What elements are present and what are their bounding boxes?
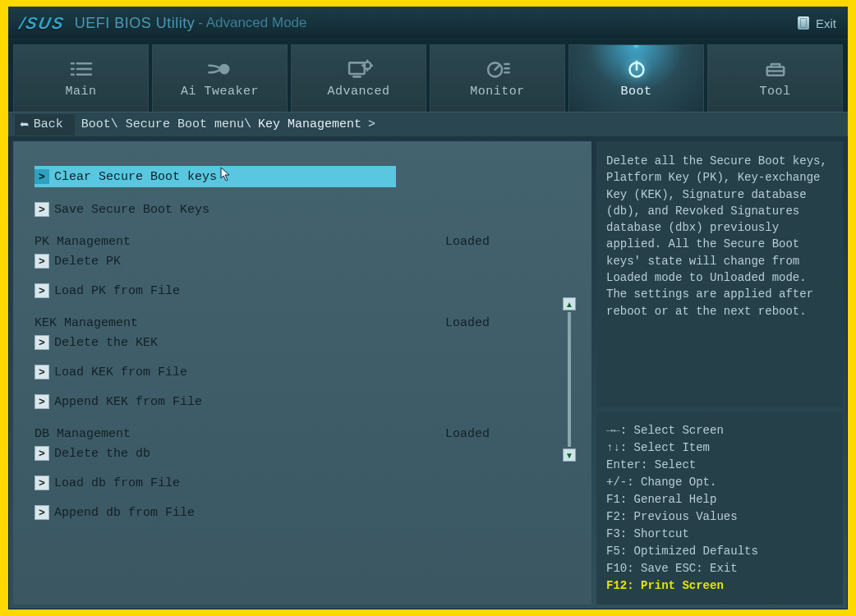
description-panel: Delete all the Secure Boot keys, Platfor… xyxy=(596,141,843,407)
comet-icon xyxy=(206,58,234,80)
item-append-db-from-file[interactable]: > Append db from File xyxy=(35,505,577,520)
tab-main[interactable]: Main xyxy=(13,44,149,112)
tab-label: Ai Tweaker xyxy=(181,85,259,99)
chevron-right-icon: > xyxy=(35,202,49,217)
gear-monitor-icon xyxy=(345,58,373,80)
item-load-pk-from-file[interactable]: > Load PK from File xyxy=(35,283,577,298)
chevron-right-icon: > xyxy=(35,169,49,184)
item-label: Load KEK from File xyxy=(54,365,187,379)
help-line: F2: Previous Values xyxy=(606,508,833,526)
group-pk-management: PK Management Loaded xyxy=(35,235,577,249)
group-kek-management: KEK Management Loaded xyxy=(35,316,577,330)
back-button[interactable]: ➦ Back xyxy=(15,114,75,136)
svg-rect-7 xyxy=(349,62,365,74)
scroll-up-button[interactable]: ▲ xyxy=(563,297,576,310)
scroll-track[interactable] xyxy=(568,312,571,447)
help-line: F5: Optimized Defaults xyxy=(606,543,833,560)
tab-label: Tool xyxy=(759,85,790,99)
item-label: Delete the KEK xyxy=(54,336,158,350)
help-panel: →←: Select Screen ↑↓: Select Item Enter:… xyxy=(596,412,843,605)
breadcrumb-path: Boot\ Secure Boot menu\ xyxy=(81,117,251,131)
power-icon xyxy=(623,58,651,80)
help-line: F1: General Help xyxy=(606,491,833,508)
chevron-right-icon: > xyxy=(35,446,49,461)
tab-label: Boot xyxy=(620,85,651,99)
tab-boot[interactable]: Boot xyxy=(568,44,704,112)
breadcrumb-current: Key Management xyxy=(258,117,361,131)
item-label: Delete PK xyxy=(54,255,121,269)
scrollbar[interactable]: ▲ ▼ xyxy=(564,297,575,462)
main-tabs: Main Ai Tweaker Advanced Monitor Boot To… xyxy=(8,39,848,112)
item-load-db-from-file[interactable]: > Load db from File xyxy=(35,476,577,490)
chevron-right-icon: > xyxy=(35,476,49,490)
back-label: Back xyxy=(34,117,63,131)
toolbox-icon xyxy=(762,58,789,80)
list-icon xyxy=(67,58,95,80)
tab-ai-tweaker[interactable]: Ai Tweaker xyxy=(152,44,288,112)
gauge-icon xyxy=(484,58,512,80)
item-label: Append db from File xyxy=(54,506,195,520)
item-load-kek-from-file[interactable]: > Load KEK from File xyxy=(35,365,577,379)
chevron-right-icon: > xyxy=(35,505,49,520)
tab-label: Monitor xyxy=(470,85,525,99)
title-bar: /SUS UEFI BIOS Utility - Advanced Mode E… xyxy=(8,7,848,39)
chevron-right-icon: > xyxy=(35,283,49,298)
item-label: Append KEK from File xyxy=(54,395,202,409)
item-append-kek-from-file[interactable]: > Append KEK from File xyxy=(35,394,577,409)
group-db-management: DB Management Loaded xyxy=(35,427,577,441)
chevron-right-icon: > xyxy=(35,394,49,409)
tab-monitor[interactable]: Monitor xyxy=(430,44,565,112)
group-status: Loaded xyxy=(445,316,490,330)
settings-panel: > Clear Secure Boot keys > Save Secure B… xyxy=(13,141,591,605)
help-line: →←: Select Screen xyxy=(606,422,833,439)
exit-label: Exit xyxy=(816,16,836,30)
help-line: F3: Shortcut xyxy=(606,526,833,543)
item-clear-secure-boot-keys[interactable]: > Clear Secure Boot keys xyxy=(35,166,396,187)
chevron-right-icon: > xyxy=(35,365,49,379)
item-label: Clear Secure Boot keys xyxy=(54,170,217,184)
tab-tool[interactable]: Tool xyxy=(707,44,843,112)
item-label: Save Secure Boot Keys xyxy=(54,203,209,217)
breadcrumb-caret: > xyxy=(368,117,375,131)
utility-title: UEFI BIOS Utility xyxy=(75,15,196,32)
group-title: KEK Management xyxy=(35,316,138,330)
back-arrow-icon: ➦ xyxy=(20,116,29,134)
help-line: +/-: Change Opt. xyxy=(606,474,833,491)
door-icon xyxy=(798,16,809,30)
chevron-right-icon: > xyxy=(35,335,49,350)
tab-label: Advanced xyxy=(327,85,389,99)
group-title: PK Management xyxy=(35,235,131,249)
tab-advanced[interactable]: Advanced xyxy=(291,44,426,112)
exit-button[interactable]: Exit xyxy=(798,16,836,30)
scroll-down-button[interactable]: ▼ xyxy=(563,448,576,462)
help-line: Enter: Select xyxy=(606,457,833,474)
chevron-right-icon: > xyxy=(35,254,49,269)
group-status: Loaded xyxy=(445,235,490,249)
group-title: DB Management xyxy=(35,427,131,441)
item-label: Load PK from File xyxy=(54,284,180,298)
help-line: ↑↓: Select Item xyxy=(606,439,833,457)
help-line-highlight: F12: Print Screen xyxy=(606,577,833,595)
help-line: F10: Save ESC: Exit xyxy=(606,560,833,577)
svg-point-6 xyxy=(220,65,228,73)
svg-line-15 xyxy=(495,66,499,70)
item-label: Delete the db xyxy=(54,447,150,461)
item-label: Load db from File xyxy=(54,476,180,490)
item-delete-the-db[interactable]: > Delete the db xyxy=(35,446,577,461)
asus-logo: /SUS xyxy=(18,14,67,33)
item-delete-the-kek[interactable]: > Delete the KEK xyxy=(35,335,577,350)
breadcrumb: ➦ Back Boot\ Secure Boot menu\ Key Manag… xyxy=(8,112,848,136)
mode-label: - Advanced Mode xyxy=(198,15,306,31)
item-save-secure-boot-keys[interactable]: > Save Secure Boot Keys xyxy=(35,202,577,217)
tab-label: Main xyxy=(65,85,96,99)
group-status: Loaded xyxy=(445,427,490,441)
item-delete-pk[interactable]: > Delete PK xyxy=(35,254,577,269)
